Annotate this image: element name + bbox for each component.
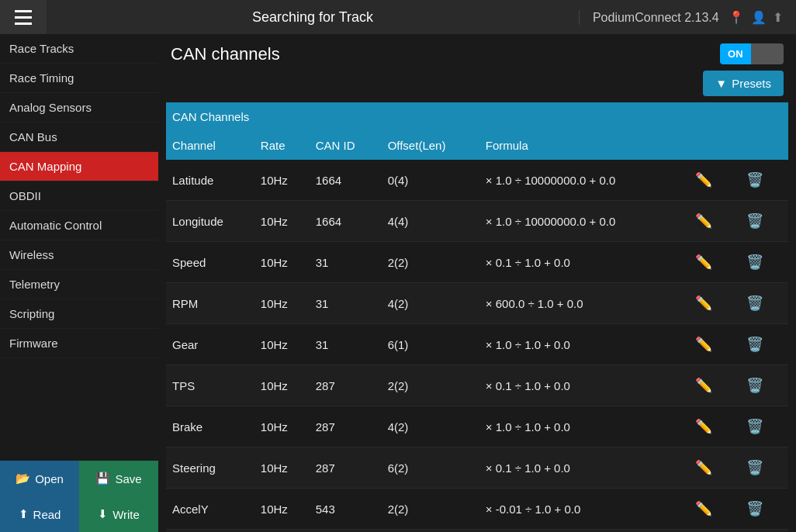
cell-rate: 10Hz <box>254 242 310 283</box>
edit-icon[interactable]: ✏️ <box>691 291 716 316</box>
cell-edit: ✏️ <box>685 283 737 324</box>
cell-edit: ✏️ <box>685 406 737 447</box>
cell-delete: 🗑️ <box>736 201 788 242</box>
save-button[interactable]: 💾 Save <box>79 461 158 496</box>
presets-icon: ▼ <box>715 77 727 90</box>
write-button[interactable]: ⬇ Write <box>79 496 158 532</box>
cell-channel: Steering <box>166 447 254 489</box>
sidebar-item-firmware[interactable]: Firmware <box>0 329 158 358</box>
cell-edit: ✏️ <box>685 365 737 406</box>
sidebar-item-can-bus[interactable]: CAN Bus <box>0 123 158 152</box>
sidebar-bottom-buttons: 📂 Open 💾 Save ⬆ Read ⬇ Write <box>0 461 158 532</box>
delete-icon[interactable]: 🗑️ <box>742 414 767 439</box>
cell-can-id: 543 <box>310 489 382 530</box>
sidebar-item-scripting[interactable]: Scripting <box>0 299 158 329</box>
sidebar-item-telemetry[interactable]: Telemetry <box>0 270 158 299</box>
write-icon: ⬇ <box>98 507 108 521</box>
sidebar-item-automatic-control[interactable]: Automatic Control <box>0 211 158 240</box>
edit-icon[interactable]: ✏️ <box>691 250 716 275</box>
cell-channel: Brake <box>166 406 254 447</box>
edit-icon[interactable]: ✏️ <box>691 455 716 480</box>
col-channel: Channel <box>166 131 254 160</box>
location-icon: 📍 <box>729 11 744 24</box>
cell-can-id: 287 <box>310 406 382 447</box>
sidebar-item-analog-sensors[interactable]: Analog Sensors <box>0 93 158 123</box>
sidebar-item-race-tracks[interactable]: Race Tracks <box>0 34 158 64</box>
toggle-on-label[interactable]: ON <box>720 43 751 64</box>
sidebar-item-race-timing[interactable]: Race Timing <box>0 64 158 93</box>
cell-can-id: 543 <box>310 530 382 533</box>
delete-icon[interactable]: 🗑️ <box>742 332 767 357</box>
open-button[interactable]: 📂 Open <box>0 461 79 496</box>
cell-offset: 2(2) <box>382 365 479 406</box>
sidebar-item-can-mapping[interactable]: CAN Mapping <box>0 152 158 181</box>
cell-delete: 🗑️ <box>736 324 788 365</box>
delete-icon[interactable]: 🗑️ <box>742 496 767 521</box>
menu-button[interactable] <box>0 0 47 34</box>
delete-icon[interactable]: 🗑️ <box>742 250 767 275</box>
cell-channel: Speed <box>166 242 254 283</box>
cell-delete: 🗑️ <box>736 447 788 489</box>
cell-formula: × 1.0 ÷ 1.0 + 0.0 <box>479 324 685 365</box>
person-icon: 👤 <box>751 11 767 24</box>
toggle-switch[interactable]: ON <box>720 43 784 64</box>
table-row: Longitude10Hz16644(4)× 1.0 ÷ 10000000.0 … <box>166 201 788 242</box>
delete-icon[interactable]: 🗑️ <box>742 209 767 233</box>
edit-icon[interactable]: ✏️ <box>691 414 716 439</box>
cell-offset: 4(2) <box>382 406 479 447</box>
presets-button[interactable]: ▼ Presets <box>703 71 784 96</box>
read-button[interactable]: ⬆ Read <box>0 496 79 532</box>
cell-formula: × 0.1 ÷ 1.0 + 0.0 <box>479 365 685 406</box>
edit-icon[interactable]: ✏️ <box>691 496 716 521</box>
cell-rate: 10Hz <box>254 530 310 533</box>
edit-icon[interactable]: ✏️ <box>691 209 716 233</box>
cell-channel: Longitude <box>166 201 254 242</box>
cell-offset: 6(2) <box>382 447 479 489</box>
cell-formula: × 0.1 ÷ 1.0 + 0.0 <box>479 242 685 283</box>
cell-rate: 10Hz <box>254 324 310 365</box>
section-title: CAN channels <box>171 44 280 64</box>
presets-row: ▼ Presets <box>158 71 796 102</box>
cell-offset: 4(4) <box>382 201 479 242</box>
table-row: AccelY10Hz5432(2)× -0.01 ÷ 1.0 + 0.0✏️🗑️ <box>166 489 788 530</box>
cell-rate: 10Hz <box>254 447 310 489</box>
cell-offset: 4(2) <box>382 530 479 533</box>
sidebar-item-wireless[interactable]: Wireless <box>0 240 158 270</box>
delete-icon[interactable]: 🗑️ <box>742 455 767 480</box>
top-bar: CAN channels ON <box>158 34 796 71</box>
cell-edit: ✏️ <box>685 242 737 283</box>
col-edit <box>685 131 737 160</box>
delete-icon[interactable]: 🗑️ <box>742 373 767 398</box>
cell-can-id: 31 <box>310 324 382 365</box>
sidebar-item-obdii[interactable]: OBDII <box>0 181 158 211</box>
table-row: Gear10Hz316(1)× 1.0 ÷ 1.0 + 0.0✏️🗑️ <box>166 324 788 365</box>
cell-formula: × 0.1 ÷ 1.0 + 0.0 <box>479 447 685 489</box>
edit-icon[interactable]: ✏️ <box>691 332 716 357</box>
cell-delete: 🗑️ <box>736 283 788 324</box>
cell-rate: 10Hz <box>254 160 310 201</box>
open-icon: 📂 <box>16 472 30 485</box>
cell-formula: × 1.0 ÷ 1.0 + 0.0 <box>479 406 685 447</box>
delete-icon[interactable]: 🗑️ <box>742 291 767 316</box>
cell-can-id: 1664 <box>310 201 382 242</box>
cell-edit: ✏️ <box>685 530 737 533</box>
btn-row-bottom: ⬆ Read ⬇ Write <box>0 496 158 532</box>
cell-channel: Gear <box>166 324 254 365</box>
col-can-id: CAN ID <box>310 131 382 160</box>
cell-edit: ✏️ <box>685 489 737 530</box>
toggle-off-label <box>751 43 784 64</box>
cell-channel: AccelY <box>166 489 254 530</box>
cell-formula: +× -0.01 ÷ 1.0 + 0.0 <box>479 530 685 533</box>
edit-icon[interactable]: ✏️ <box>691 168 716 192</box>
edit-icon[interactable]: ✏️ <box>691 373 716 398</box>
cell-formula: × -0.01 ÷ 1.0 + 0.0 <box>479 489 685 530</box>
cell-channel: RPM <box>166 283 254 324</box>
table-row: Steering10Hz2876(2)× 0.1 ÷ 1.0 + 0.0✏️🗑️ <box>166 447 788 489</box>
cell-rate: 10Hz <box>254 283 310 324</box>
delete-icon[interactable]: 🗑️ <box>742 168 767 192</box>
cell-rate: 10Hz <box>254 406 310 447</box>
upload-icon: ⬆ <box>773 11 783 24</box>
table-row: AccelX10Hz5434(2)+× -0.01 ÷ 1.0 + 0.0✏️🗑… <box>166 530 788 533</box>
cell-can-id: 287 <box>310 447 382 489</box>
col-offset: Offset(Len) <box>382 131 479 160</box>
